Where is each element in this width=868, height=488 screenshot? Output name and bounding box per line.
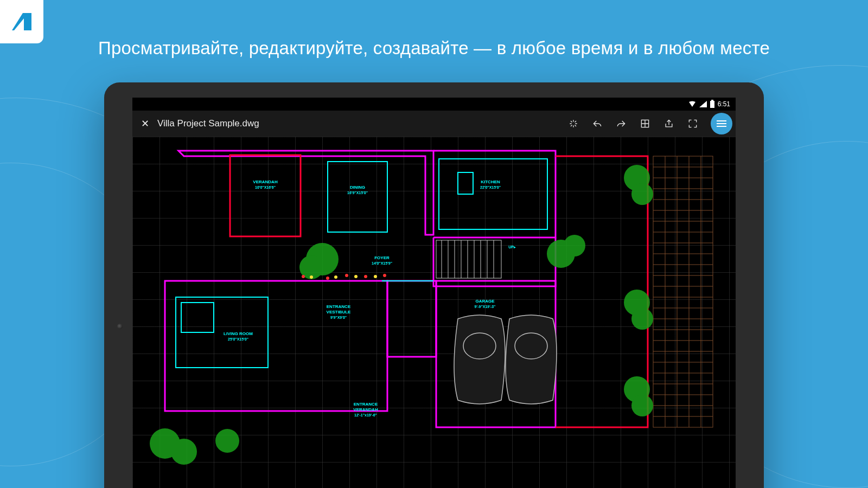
signal-icon bbox=[699, 101, 707, 107]
svg-rect-7 bbox=[436, 240, 501, 278]
svg-point-27 bbox=[364, 275, 367, 278]
snap-icon[interactable] bbox=[565, 115, 582, 132]
share-icon[interactable] bbox=[661, 115, 677, 132]
svg-point-31 bbox=[354, 275, 358, 278]
svg-rect-1 bbox=[230, 155, 301, 236]
svg-rect-2 bbox=[328, 162, 387, 232]
svg-text:12'-1"x19'-6": 12'-1"x19'-6" bbox=[354, 413, 377, 417]
layouts-icon[interactable] bbox=[637, 115, 653, 132]
svg-text:VERANDAH: VERANDAH bbox=[353, 407, 378, 412]
status-time: 6:51 bbox=[718, 100, 730, 108]
tablet-screen: 6:51 ✕ Villa Project Sample.dwg bbox=[132, 98, 736, 488]
label-entrance-verandah: ENTRANCE bbox=[354, 402, 378, 407]
close-button[interactable]: ✕ bbox=[140, 119, 150, 129]
svg-rect-8 bbox=[653, 156, 713, 427]
tablet-mockup: 6:51 ✕ Villa Project Sample.dwg bbox=[104, 82, 764, 488]
svg-text:VESTIBULE: VESTIBULE bbox=[327, 310, 352, 314]
tablet-camera bbox=[117, 324, 123, 329]
label-garage: GARAGE bbox=[475, 299, 495, 304]
fullscreen-icon[interactable] bbox=[685, 115, 701, 132]
label-up: UP▸ bbox=[508, 245, 516, 249]
label-dining: DINING bbox=[350, 185, 365, 190]
battery-icon bbox=[710, 101, 714, 108]
label-foyer: FOYER bbox=[374, 255, 390, 260]
label-living: LIVING ROOM bbox=[224, 331, 253, 336]
svg-point-28 bbox=[383, 274, 386, 277]
svg-text:16'9"X15'0": 16'9"X15'0" bbox=[347, 191, 368, 195]
svg-rect-4 bbox=[458, 172, 473, 194]
svg-point-12 bbox=[564, 235, 585, 256]
svg-point-24 bbox=[302, 275, 305, 278]
floorplan-drawing: VERANDAH 10'0"X16'6" DINING 16'9"X15'0" … bbox=[132, 137, 736, 488]
svg-text:10'0"X16'6": 10'0"X16'6" bbox=[255, 185, 276, 189]
svg-rect-3 bbox=[439, 159, 547, 229]
svg-point-14 bbox=[171, 439, 197, 465]
svg-text:9'9"X9'0": 9'9"X9'0" bbox=[330, 316, 347, 319]
svg-text:25'0"X15'0": 25'0"X15'0" bbox=[228, 337, 248, 341]
autodesk-logo bbox=[0, 0, 43, 43]
android-status-bar: 6:51 bbox=[132, 98, 736, 111]
svg-point-17 bbox=[631, 183, 653, 205]
svg-point-29 bbox=[310, 275, 313, 279]
wifi-icon bbox=[688, 101, 696, 107]
svg-text:14'0"X15'9": 14'0"X15'9" bbox=[372, 261, 392, 265]
redo-icon[interactable] bbox=[613, 115, 629, 132]
hamburger-icon bbox=[717, 120, 726, 127]
svg-point-15 bbox=[215, 429, 239, 453]
svg-point-30 bbox=[334, 275, 337, 279]
label-vestibule: ENTRANCE bbox=[327, 304, 351, 309]
svg-rect-6 bbox=[181, 303, 214, 332]
menu-button[interactable] bbox=[711, 113, 732, 134]
app-bar: ✕ Villa Project Sample.dwg bbox=[132, 111, 736, 137]
label-verandah: VERANDAH bbox=[253, 179, 278, 184]
label-kitchen: KITCHEN bbox=[481, 179, 500, 184]
svg-point-25 bbox=[326, 277, 329, 280]
svg-text:9'-9"X19'-3": 9'-9"X19'-3" bbox=[475, 305, 496, 309]
svg-text:22'0"X15'0": 22'0"X15'0" bbox=[480, 185, 501, 189]
file-title: Villa Project Sample.dwg bbox=[157, 118, 259, 129]
undo-icon[interactable] bbox=[589, 115, 605, 132]
svg-point-19 bbox=[631, 308, 653, 330]
svg-point-26 bbox=[345, 274, 348, 277]
cad-canvas[interactable]: VERANDAH 10'0"X16'6" DINING 16'9"X15'0" … bbox=[132, 137, 736, 488]
svg-point-21 bbox=[631, 395, 653, 416]
svg-point-32 bbox=[374, 275, 377, 278]
marketing-headline: Просматривайте, редактируйте, создавайте… bbox=[0, 38, 868, 59]
